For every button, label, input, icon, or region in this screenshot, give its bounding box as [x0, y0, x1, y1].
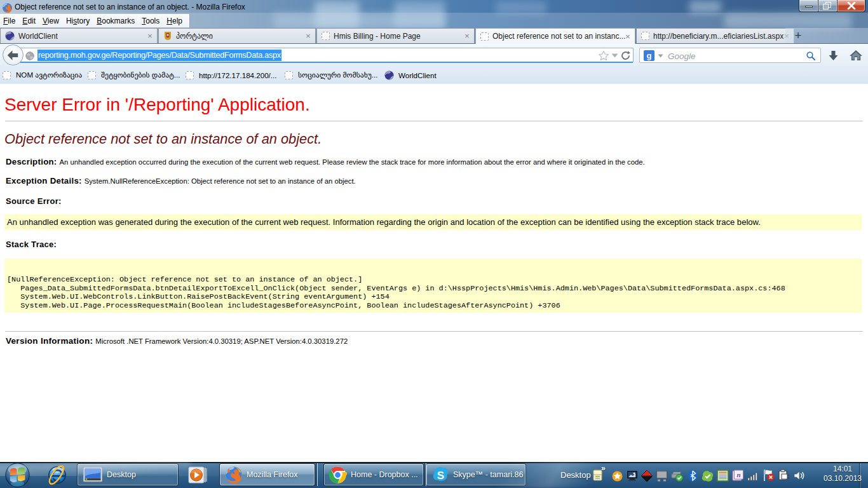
- svg-text:S: S: [437, 469, 444, 481]
- svg-text:n: n: [736, 471, 740, 478]
